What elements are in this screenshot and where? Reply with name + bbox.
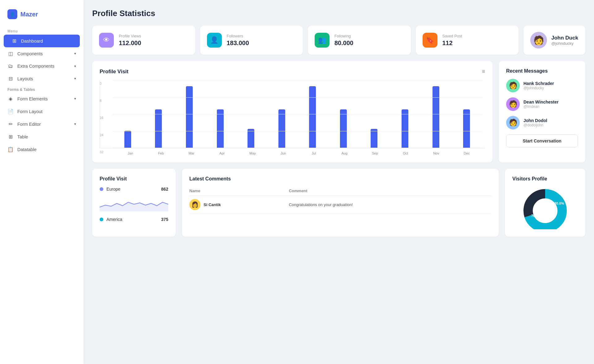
logo-icon: 👤: [7, 9, 17, 19]
message-item-0: 🧑 Hank Schrader @johnducky: [506, 79, 578, 92]
x-label-may: May: [237, 151, 268, 155]
bar-dec[interactable]: [463, 109, 470, 148]
pv-count-america: 375: [161, 217, 168, 222]
main-content: Profile Statistics 👁 Profile Views 112.0…: [84, 0, 594, 364]
donut-label-dark: 70.0%: [531, 214, 541, 218]
avatar: 🧑: [530, 32, 547, 49]
sidebar-item-label-layouts: Layouts: [17, 76, 33, 81]
comment-user: 👩 Si Cantik: [189, 199, 289, 210]
msg-name-2: John Dodol: [523, 118, 547, 123]
layouts-arrow: ▾: [74, 77, 76, 81]
sidebar: 👤 Mazer Menu ⊞ Dashboard ◫ Components ▾ …: [0, 0, 84, 364]
svg-marker-0: [100, 202, 168, 212]
y-label-32: 32: [100, 150, 103, 154]
stat-value-following: 80.000: [334, 40, 353, 47]
layouts-icon: ⊟: [7, 76, 14, 82]
bar-chart: [100, 80, 485, 148]
donut-label-cyan: 30.0%: [554, 201, 564, 205]
bar-group-aug: [328, 80, 359, 148]
app-name: Mazer: [20, 11, 38, 18]
bar-aug[interactable]: [340, 109, 347, 148]
stat-info-followers: Followers 183.000: [227, 34, 249, 47]
sidebar-item-form-layout[interactable]: 📄 Form Layout: [0, 105, 84, 118]
bar-oct[interactable]: [402, 109, 408, 148]
bar-sep[interactable]: [371, 129, 377, 148]
bar-group-nov: [420, 80, 451, 148]
msg-avatar-2: 🧑: [506, 116, 520, 129]
stat-value-followers: 183.000: [227, 40, 249, 47]
bar-jul[interactable]: [309, 86, 316, 148]
visitors-title: Visitors Profile: [512, 176, 578, 182]
bar-group-apr: [205, 80, 236, 148]
stat-label-profile-views: Profile Views: [119, 34, 141, 38]
sparkline-europe: [100, 197, 168, 212]
bar-apr[interactable]: [217, 109, 224, 148]
followers-icon-wrap: 👤: [207, 33, 222, 48]
datatable-icon: 📋: [7, 146, 14, 152]
start-conversation-button[interactable]: Start Conversation: [506, 134, 578, 147]
bar-group-jul: [297, 80, 328, 148]
bar-jun[interactable]: [278, 109, 285, 148]
chart-container: 32 24 16 8 0 JanFebMarAprMayJunJulAugS: [100, 80, 485, 155]
bar-feb[interactable]: [155, 109, 162, 148]
col-comment: Comment: [289, 186, 491, 196]
components-icon: ◫: [7, 51, 14, 57]
donut-wrap: 30.0% 70.0%: [512, 186, 578, 229]
x-label-jul: Jul: [299, 151, 329, 155]
comment-avatar-0: 👩: [189, 199, 200, 210]
profile-info: John Duck @johnducky: [551, 35, 578, 46]
bottom-row: Profile Visit Europe 862 America 375 Lat…: [92, 169, 585, 237]
x-label-dec: Dec: [451, 151, 482, 155]
stat-card-saved-post: 🔖 Saved Post 112: [416, 26, 519, 55]
stat-value-saved-post: 112: [442, 40, 462, 47]
stat-label-following: Following: [334, 34, 353, 38]
messages-title: Recent Messages: [506, 68, 578, 74]
comments-table: Name Comment 👩 Si Cantik Congratulations…: [189, 186, 491, 214]
table-icon: ⊞: [7, 134, 14, 140]
bar-group-sep: [359, 80, 390, 148]
sidebar-item-layouts[interactable]: ⊟ Layouts ▾: [0, 72, 84, 85]
following-icon: 👥: [318, 36, 326, 44]
pv-region-europe: Europe: [106, 187, 158, 192]
stat-card-followers: 👤 Followers 183.000: [200, 26, 303, 55]
sidebar-item-form-elements[interactable]: ◈ Form Elements ▾: [0, 92, 84, 105]
msg-name-1: Dean Winchester: [523, 99, 558, 104]
bar-may[interactable]: [248, 129, 254, 148]
donut-chart: 30.0% 70.0%: [514, 186, 576, 229]
sidebar-item-dashboard[interactable]: ⊞ Dashboard: [4, 35, 80, 47]
bar-group-jan: [112, 80, 143, 148]
comments-title: Latest Comments: [189, 176, 491, 182]
middle-row: Profile Visit ≡ 32 24 16 8 0: [92, 61, 585, 163]
sidebar-item-components[interactable]: ◫ Components ▾: [0, 47, 84, 60]
pv-row-america: America 375: [100, 217, 168, 222]
chart-menu-icon[interactable]: ≡: [482, 68, 485, 75]
pv-count-europe: 862: [161, 187, 168, 192]
form-elements-arrow: ▾: [74, 97, 76, 101]
message-item-2: 🧑 John Dodol @dodoljohn: [506, 116, 578, 129]
stat-info-saved-post: Saved Post 112: [442, 34, 462, 47]
saved-post-icon-wrap: 🔖: [423, 33, 437, 48]
bar-nov[interactable]: [433, 86, 439, 148]
form-elements-icon: ◈: [7, 96, 14, 102]
comment-text-0: Congratulations on your graduation!: [289, 196, 491, 214]
sidebar-item-datatable[interactable]: 📋 Datatable: [0, 143, 84, 156]
x-label-oct: Oct: [390, 151, 421, 155]
sidebar-section-forms: Forms & Tables: [0, 85, 84, 92]
sidebar-item-form-editor[interactable]: ✏ Form Editor ▾: [0, 118, 84, 130]
msg-handle-0: @johnducky: [523, 86, 554, 90]
bar-mar[interactable]: [186, 86, 193, 148]
app-logo: 👤 Mazer: [0, 6, 84, 27]
bar-group-mar: [174, 80, 205, 148]
x-label-mar: Mar: [176, 151, 207, 155]
visitors-card: Visitors Profile 30.0% 70.0%: [505, 169, 585, 237]
following-icon-wrap: 👥: [315, 33, 329, 48]
sidebar-item-label-dashboard: Dashboard: [21, 39, 43, 44]
x-label-apr: Apr: [207, 151, 237, 155]
stat-info-profile-views: Profile Views 112.000: [119, 34, 141, 47]
bar-group-oct: [390, 80, 420, 148]
bar-jan[interactable]: [124, 131, 131, 148]
stats-row: 👁 Profile Views 112.000 👤 Followers 183.…: [92, 26, 585, 55]
pv-row-europe: Europe 862: [100, 187, 168, 192]
sidebar-item-table[interactable]: ⊞ Table: [0, 130, 84, 143]
sidebar-item-extra-components[interactable]: 🗂 Extra Components ▾: [0, 60, 84, 72]
